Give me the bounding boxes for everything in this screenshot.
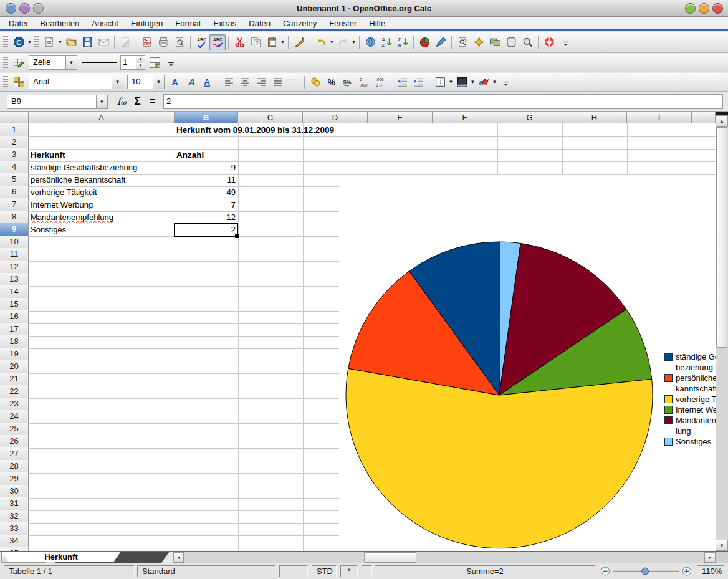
increase-indent-button[interactable]: [410, 74, 426, 90]
redo-button[interactable]: [335, 34, 351, 50]
edit-file-button[interactable]: [117, 34, 133, 50]
zoom-button[interactable]: [519, 34, 535, 50]
cell-B6[interactable]: 49: [175, 186, 236, 199]
toolbar-grip[interactable]: [3, 57, 8, 69]
align-justify-button[interactable]: [269, 74, 285, 90]
print-button[interactable]: [155, 34, 171, 50]
menu-extras[interactable]: Extras: [207, 17, 242, 29]
column-header-B[interactable]: B: [175, 112, 238, 123]
row-header-10[interactable]: 10: [0, 236, 29, 249]
row-header-19[interactable]: 19: [0, 348, 29, 361]
column-header-A[interactable]: A: [29, 112, 175, 123]
formula-input[interactable]: 2: [163, 94, 723, 109]
close-button[interactable]: [712, 3, 723, 14]
format-percent-button[interactable]: %: [323, 74, 340, 90]
new-document-button[interactable]: [41, 34, 57, 50]
scroll-down-button[interactable]: ▼: [716, 540, 728, 551]
row-header-28[interactable]: 28: [0, 460, 29, 473]
vertical-scroll-thumb[interactable]: [716, 127, 727, 348]
selection-mode-panel[interactable]: STD: [312, 565, 337, 577]
email-button[interactable]: [95, 34, 112, 50]
help-button[interactable]: [541, 34, 557, 50]
font-name-dropdown-icon[interactable]: ▼: [112, 75, 123, 89]
menu-hilfe[interactable]: Hilfe: [363, 17, 391, 29]
insert-chart-button[interactable]: [416, 34, 433, 50]
border-line-color-button[interactable]: [146, 55, 163, 71]
cell-B7[interactable]: 7: [175, 199, 236, 211]
menu-canzeley[interactable]: Canzeley: [277, 17, 323, 29]
save-button[interactable]: [79, 34, 95, 50]
row-header-25[interactable]: 25: [0, 423, 29, 436]
toolbar-overflow-button[interactable]: [163, 55, 179, 71]
menu-format[interactable]: Format: [169, 17, 207, 29]
row-header-13[interactable]: 13: [0, 273, 29, 286]
row-header-21[interactable]: 21: [0, 373, 29, 386]
minimize-button[interactable]: [685, 3, 696, 14]
row-header-33[interactable]: 33: [0, 522, 29, 535]
vertical-scrollbar[interactable]: ▲ ▼: [716, 112, 728, 551]
row-header-7[interactable]: 7: [0, 198, 29, 211]
sort-descending-button[interactable]: ZA: [395, 34, 411, 50]
align-right-button[interactable]: [253, 74, 269, 90]
export-pdf-button[interactable]: PDF: [139, 34, 155, 50]
cell-B1[interactable]: Herkunft vom 09.01.2009 bis 31.12.2009: [176, 124, 334, 136]
paste-dropdown-icon[interactable]: ▼: [280, 39, 285, 45]
name-box-dropdown-icon[interactable]: ▼: [96, 95, 107, 108]
decrease-indent-button[interactable]: [394, 74, 410, 90]
cell-A8[interactable]: Mandantenempfehlung: [31, 211, 113, 224]
column-header-partial[interactable]: [692, 112, 716, 123]
row-header-23[interactable]: 23: [0, 398, 29, 411]
menu-bearbeiten[interactable]: Bearbeiten: [34, 17, 85, 29]
align-center-button[interactable]: [237, 74, 253, 90]
cell-background-can-button[interactable]: a: [476, 74, 492, 90]
undo-button[interactable]: [313, 34, 329, 50]
row-header-26[interactable]: 26: [0, 435, 29, 448]
row-header-29[interactable]: 29: [0, 472, 29, 486]
window-menu-button[interactable]: [6, 3, 16, 14]
open-folder-button[interactable]: [63, 34, 79, 50]
row-header-31[interactable]: 31: [0, 497, 29, 510]
hscroll-left-button[interactable]: ◂: [173, 552, 184, 563]
background-color-button[interactable]: [454, 74, 470, 90]
borders-dropdown-icon[interactable]: ▼: [448, 79, 454, 85]
formula-icon[interactable]: =: [150, 96, 155, 107]
toolbar-grip[interactable]: [3, 36, 8, 49]
row-header-14[interactable]: 14: [0, 285, 29, 299]
name-box[interactable]: B9 ▼: [7, 95, 108, 109]
sum-panel[interactable]: Summe=2: [375, 565, 595, 577]
column-header-D[interactable]: D: [303, 112, 368, 123]
horizontal-scroll-track[interactable]: [184, 552, 704, 563]
menu-ansicht[interactable]: Ansicht: [85, 17, 125, 29]
canzeley-logo-button[interactable]: C: [11, 34, 27, 50]
hscroll-right-button[interactable]: ▸: [704, 552, 716, 563]
row-header-34[interactable]: 34: [0, 535, 29, 548]
hyperlink-button[interactable]: [362, 34, 378, 50]
underline-button[interactable]: A: [199, 74, 215, 90]
find-replace-button[interactable]: [454, 34, 471, 50]
line-width-spinner[interactable]: 1▲▼: [120, 55, 145, 70]
cell-A5[interactable]: persönliche Bekanntschaft: [31, 174, 125, 186]
new-document-dropdown-icon[interactable]: ▼: [57, 39, 63, 45]
sort-ascending-button[interactable]: AZ: [378, 34, 395, 50]
format-currency-button[interactable]: [307, 74, 323, 90]
drawing-functions-button[interactable]: [433, 34, 449, 50]
cell-A4[interactable]: ständige Geschäftsbeziehung: [31, 161, 137, 174]
cell-B5[interactable]: 11: [175, 174, 236, 186]
menu-fenster[interactable]: Fenster: [323, 17, 363, 29]
column-header-C[interactable]: C: [238, 112, 303, 123]
menu-datei[interactable]: Datei: [2, 17, 34, 29]
fill-handle[interactable]: [235, 234, 239, 238]
zoom-slider[interactable]: [600, 565, 694, 577]
sum-icon[interactable]: Σ: [135, 95, 141, 108]
merge-cells-button[interactable]: [285, 74, 302, 90]
row-header-12[interactable]: 12: [0, 261, 29, 274]
font-size-dropdown-icon[interactable]: ▼: [153, 75, 164, 89]
embedded-pie-chart[interactable]: ständige Gebeziehungpersönlichekanntscha…: [339, 175, 716, 551]
row-header-3[interactable]: 3: [0, 148, 29, 161]
row-header-15[interactable]: 15: [0, 298, 29, 311]
cell-A3[interactable]: Herkunft: [31, 149, 65, 161]
function-wizard-icon[interactable]: fω: [117, 96, 127, 107]
borders-button[interactable]: [432, 74, 448, 90]
page-preview-button[interactable]: [171, 34, 188, 50]
row-header-30[interactable]: 30: [0, 485, 29, 498]
